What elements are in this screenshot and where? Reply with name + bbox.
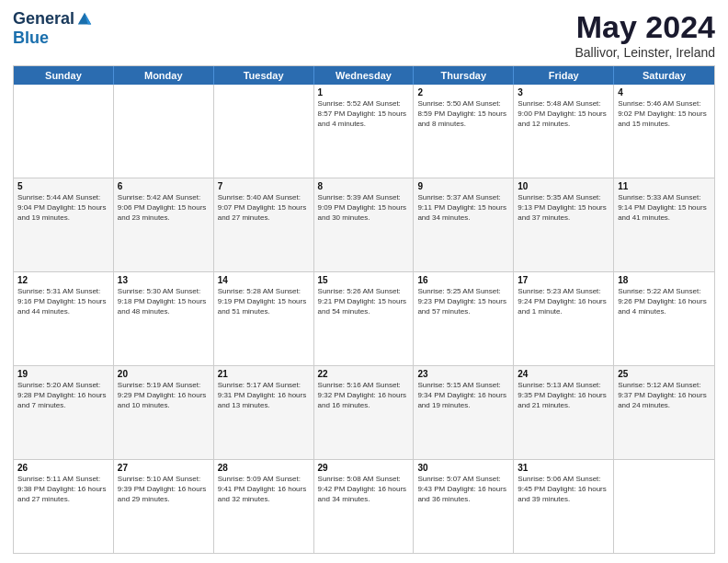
cell-content: Sunrise: 5:07 AM Sunset: 9:43 PM Dayligh… <box>417 475 509 504</box>
cell-content: Sunrise: 5:23 AM Sunset: 9:24 PM Dayligh… <box>518 287 609 316</box>
calendar-cell: 24Sunrise: 5:13 AM Sunset: 9:35 PM Dayli… <box>514 366 614 459</box>
cell-content: Sunrise: 5:16 AM Sunset: 9:32 PM Dayligh… <box>318 381 410 410</box>
calendar-cell: 18Sunrise: 5:22 AM Sunset: 9:26 PM Dayli… <box>614 272 714 365</box>
cell-content: Sunrise: 5:09 AM Sunset: 9:41 PM Dayligh… <box>218 475 310 504</box>
calendar-cell: 27Sunrise: 5:10 AM Sunset: 9:39 PM Dayli… <box>114 460 214 553</box>
header-monday: Monday <box>114 66 214 85</box>
calendar-row: 26Sunrise: 5:11 AM Sunset: 9:38 PM Dayli… <box>14 459 714 553</box>
calendar-cell: 20Sunrise: 5:19 AM Sunset: 9:29 PM Dayli… <box>114 366 214 459</box>
day-number: 12 <box>17 275 109 285</box>
header-friday: Friday <box>514 66 614 85</box>
day-number: 1 <box>318 87 410 98</box>
calendar-cell <box>14 85 114 178</box>
day-number: 4 <box>618 87 711 98</box>
calendar-cell: 7Sunrise: 5:40 AM Sunset: 9:07 PM Daylig… <box>214 178 314 271</box>
calendar-cell <box>214 85 314 178</box>
calendar-cell: 30Sunrise: 5:07 AM Sunset: 9:43 PM Dayli… <box>414 460 514 553</box>
calendar-row: 12Sunrise: 5:31 AM Sunset: 9:16 PM Dayli… <box>14 271 714 365</box>
cell-content: Sunrise: 5:15 AM Sunset: 9:34 PM Dayligh… <box>417 381 509 410</box>
calendar-body: 1Sunrise: 5:52 AM Sunset: 8:57 PM Daylig… <box>14 85 714 553</box>
calendar-row: 19Sunrise: 5:20 AM Sunset: 9:28 PM Dayli… <box>14 365 714 459</box>
calendar-cell: 6Sunrise: 5:42 AM Sunset: 9:06 PM Daylig… <box>114 178 214 271</box>
calendar: Sunday Monday Tuesday Wednesday Thursday… <box>13 65 715 554</box>
header: General Blue May 2024 Ballivor, Leinster… <box>13 9 715 60</box>
cell-content: Sunrise: 5:12 AM Sunset: 9:37 PM Dayligh… <box>618 381 711 410</box>
day-number: 2 <box>417 87 509 98</box>
logo-blue: Blue <box>13 29 49 47</box>
day-number: 13 <box>118 275 210 285</box>
cell-content: Sunrise: 5:46 AM Sunset: 9:02 PM Dayligh… <box>618 99 711 129</box>
day-number: 24 <box>518 369 609 379</box>
day-number: 29 <box>318 463 410 473</box>
cell-content: Sunrise: 5:10 AM Sunset: 9:39 PM Dayligh… <box>118 475 210 504</box>
calendar-cell: 8Sunrise: 5:39 AM Sunset: 9:09 PM Daylig… <box>314 178 415 271</box>
title-block: May 2024 Ballivor, Leinster, Ireland <box>574 9 715 60</box>
day-number: 10 <box>518 181 609 191</box>
day-number: 9 <box>417 181 509 191</box>
day-number: 22 <box>318 369 410 379</box>
calendar-cell: 23Sunrise: 5:15 AM Sunset: 9:34 PM Dayli… <box>414 366 514 459</box>
month-title: May 2024 <box>574 9 715 45</box>
calendar-row: 5Sunrise: 5:44 AM Sunset: 9:04 PM Daylig… <box>14 178 714 271</box>
cell-content: Sunrise: 5:08 AM Sunset: 9:42 PM Dayligh… <box>318 475 410 504</box>
cell-content: Sunrise: 5:13 AM Sunset: 9:35 PM Dayligh… <box>518 381 609 410</box>
calendar-cell: 21Sunrise: 5:17 AM Sunset: 9:31 PM Dayli… <box>214 366 314 459</box>
cell-content: Sunrise: 5:52 AM Sunset: 8:57 PM Dayligh… <box>318 99 410 129</box>
day-number: 19 <box>17 369 109 379</box>
subtitle: Ballivor, Leinster, Ireland <box>574 45 715 60</box>
cell-content: Sunrise: 5:25 AM Sunset: 9:23 PM Dayligh… <box>417 287 509 316</box>
calendar-cell: 15Sunrise: 5:26 AM Sunset: 9:21 PM Dayli… <box>314 272 415 365</box>
day-number: 5 <box>17 181 109 191</box>
day-number: 23 <box>417 369 509 379</box>
cell-content: Sunrise: 5:50 AM Sunset: 8:59 PM Dayligh… <box>417 99 509 129</box>
cell-content: Sunrise: 5:22 AM Sunset: 9:26 PM Dayligh… <box>618 287 711 316</box>
day-number: 15 <box>318 275 410 285</box>
calendar-cell: 11Sunrise: 5:33 AM Sunset: 9:14 PM Dayli… <box>614 178 714 271</box>
day-number: 25 <box>618 369 711 379</box>
day-number: 7 <box>218 181 310 191</box>
calendar-cell: 19Sunrise: 5:20 AM Sunset: 9:28 PM Dayli… <box>14 366 114 459</box>
day-number: 11 <box>618 181 711 191</box>
page: General Blue May 2024 Ballivor, Leinster… <box>0 0 728 563</box>
calendar-cell: 9Sunrise: 5:37 AM Sunset: 9:11 PM Daylig… <box>414 178 514 271</box>
calendar-cell: 10Sunrise: 5:35 AM Sunset: 9:13 PM Dayli… <box>514 178 614 271</box>
header-thursday: Thursday <box>414 66 514 85</box>
calendar-cell: 3Sunrise: 5:48 AM Sunset: 9:00 PM Daylig… <box>514 85 614 178</box>
cell-content: Sunrise: 5:48 AM Sunset: 9:00 PM Dayligh… <box>518 99 609 129</box>
header-wednesday: Wednesday <box>314 66 415 85</box>
calendar-cell: 22Sunrise: 5:16 AM Sunset: 9:32 PM Dayli… <box>314 366 415 459</box>
day-number: 30 <box>417 463 509 473</box>
cell-content: Sunrise: 5:20 AM Sunset: 9:28 PM Dayligh… <box>17 381 109 410</box>
cell-content: Sunrise: 5:44 AM Sunset: 9:04 PM Dayligh… <box>17 193 109 223</box>
calendar-cell: 13Sunrise: 5:30 AM Sunset: 9:18 PM Dayli… <box>114 272 214 365</box>
cell-content: Sunrise: 5:35 AM Sunset: 9:13 PM Dayligh… <box>518 193 609 223</box>
cell-content: Sunrise: 5:28 AM Sunset: 9:19 PM Dayligh… <box>218 287 310 316</box>
day-number: 31 <box>518 463 609 473</box>
calendar-header: Sunday Monday Tuesday Wednesday Thursday… <box>14 66 714 85</box>
day-number: 27 <box>118 463 210 473</box>
cell-content: Sunrise: 5:33 AM Sunset: 9:14 PM Dayligh… <box>618 193 711 223</box>
calendar-cell: 25Sunrise: 5:12 AM Sunset: 9:37 PM Dayli… <box>614 366 714 459</box>
cell-content: Sunrise: 5:42 AM Sunset: 9:06 PM Dayligh… <box>118 193 210 223</box>
cell-content: Sunrise: 5:37 AM Sunset: 9:11 PM Dayligh… <box>417 193 509 223</box>
header-tuesday: Tuesday <box>214 66 314 85</box>
day-number: 26 <box>17 463 109 473</box>
day-number: 6 <box>118 181 210 191</box>
day-number: 20 <box>118 369 210 379</box>
calendar-cell: 5Sunrise: 5:44 AM Sunset: 9:04 PM Daylig… <box>14 178 114 271</box>
logo: General Blue <box>13 9 93 48</box>
calendar-cell: 2Sunrise: 5:50 AM Sunset: 8:59 PM Daylig… <box>414 85 514 178</box>
cell-content: Sunrise: 5:19 AM Sunset: 9:29 PM Dayligh… <box>118 381 210 410</box>
calendar-cell: 16Sunrise: 5:25 AM Sunset: 9:23 PM Dayli… <box>414 272 514 365</box>
cell-content: Sunrise: 5:39 AM Sunset: 9:09 PM Dayligh… <box>318 193 410 223</box>
cell-content: Sunrise: 5:17 AM Sunset: 9:31 PM Dayligh… <box>218 381 310 410</box>
day-number: 21 <box>218 369 310 379</box>
calendar-cell: 26Sunrise: 5:11 AM Sunset: 9:38 PM Dayli… <box>14 460 114 553</box>
calendar-row: 1Sunrise: 5:52 AM Sunset: 8:57 PM Daylig… <box>14 85 714 178</box>
cell-content: Sunrise: 5:06 AM Sunset: 9:45 PM Dayligh… <box>518 475 609 504</box>
day-number: 28 <box>218 463 310 473</box>
calendar-cell: 17Sunrise: 5:23 AM Sunset: 9:24 PM Dayli… <box>514 272 614 365</box>
logo-icon <box>76 11 93 28</box>
cell-content: Sunrise: 5:30 AM Sunset: 9:18 PM Dayligh… <box>118 287 210 316</box>
cell-content: Sunrise: 5:11 AM Sunset: 9:38 PM Dayligh… <box>17 475 109 504</box>
